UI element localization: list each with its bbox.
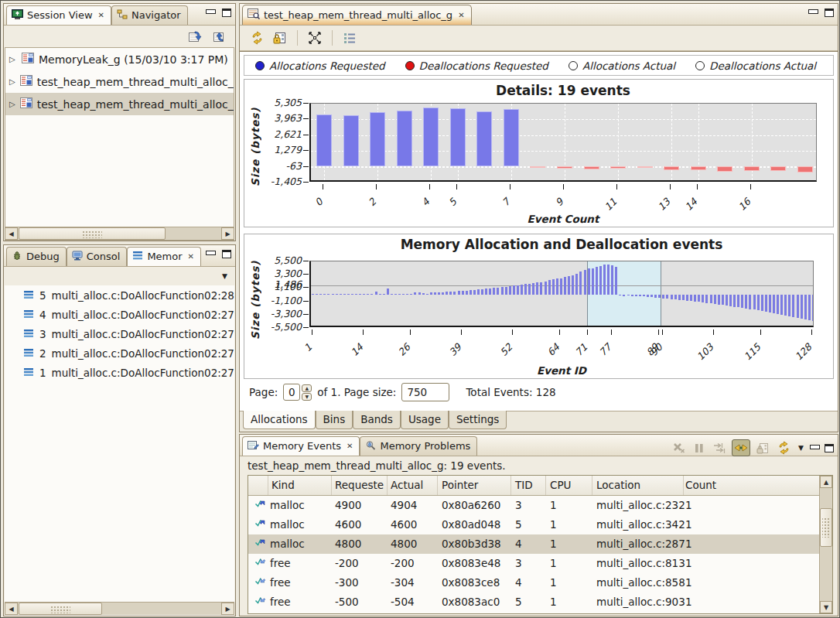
page-spinner-value[interactable]: 0 [283, 384, 300, 401]
load-session-button[interactable] [186, 27, 204, 46]
callstack-item[interactable]: 4multi_alloc.c:DoAllocFunction02:277 [5, 305, 234, 324]
table-row[interactable]: free-500-5040x8083ac051multi_alloc.c:903… [248, 592, 819, 612]
tab-memory[interactable]: Memor ✕ [127, 247, 201, 266]
collapsed-arrow-icon[interactable]: ▷ [9, 77, 15, 86]
scroll-right-button[interactable]: ▶ [221, 227, 234, 240]
remove-events-button-disabled[interactable] [671, 440, 687, 456]
page-spin-down-button[interactable]: ▼ [302, 393, 312, 401]
column-header-location[interactable]: Location [596, 479, 640, 491]
analysis-session-icon [22, 53, 34, 66]
cell-count: 1 [685, 538, 692, 550]
details-chart-title: Details: 19 events [309, 83, 817, 98]
scroll-right-button[interactable]: ▶ [221, 603, 234, 615]
column-header-cpu[interactable]: CPU [550, 479, 571, 491]
minimize-button[interactable] [206, 9, 216, 17]
scroll-thumb[interactable] [19, 603, 102, 615]
table-row[interactable]: malloc480048000x80b3d3841multi_alloc.c:2… [248, 534, 819, 554]
collapsed-arrow-icon[interactable]: ▷ [9, 100, 15, 108]
session-tree-item[interactable]: ▷test_heap_mem_thread_multi_alloc_g (1 [5, 93, 234, 115]
page-size-input[interactable]: 750 [401, 383, 449, 401]
cell-location: multi_alloc.c:287 [596, 538, 685, 550]
tab-navigator[interactable]: Navigator [111, 5, 188, 25]
allocation-bar [414, 292, 416, 295]
scroll-lock-button-disabled[interactable] [712, 440, 727, 456]
maximize-button[interactable] [825, 9, 834, 17]
close-icon[interactable]: ✕ [97, 11, 104, 19]
allocation-bar [453, 292, 456, 295]
overview-chart-plot[interactable] [309, 261, 814, 327]
callstack-item-label: multi_alloc.c:DoAllocFunction02:277 [52, 309, 234, 321]
details-chart-plot[interactable] [309, 103, 817, 182]
close-icon[interactable]: ✕ [345, 442, 353, 450]
legend-list-button[interactable] [340, 29, 359, 47]
selection-band[interactable] [587, 261, 662, 326]
analysis-tab-allocations[interactable]: Allocations [243, 411, 316, 429]
column-header-tid[interactable]: TID [515, 479, 533, 491]
lock-events-button-disabled[interactable] [755, 440, 770, 456]
tab-session-view[interactable]: Session View ✕ [6, 5, 111, 25]
analysis-tab-settings[interactable]: Settings [449, 411, 507, 429]
debug-panel: Debug Consol Memor ✕ ▼ 5mu [3, 244, 236, 616]
minimize-button[interactable] [810, 444, 820, 452]
view-menu-icon[interactable]: ▼ [222, 272, 227, 280]
axis-tick [303, 261, 309, 261]
allocation-bar [470, 290, 472, 295]
page-spin-up-button[interactable]: ▲ [302, 384, 312, 392]
refresh-button[interactable] [248, 29, 266, 47]
deallocation-bar [584, 166, 599, 170]
lock-view-button[interactable] [271, 29, 289, 47]
analysis-tab-bands[interactable]: Bands [353, 411, 401, 429]
table-row[interactable]: free-300-3040x8083ce841multi_alloc.c:858… [248, 573, 819, 592]
import-session-button[interactable] [210, 27, 229, 46]
maximize-button[interactable] [825, 444, 834, 452]
session-tree-item[interactable]: ▷MemoryLeak_g (15/03/10 3:17 PM) [5, 48, 234, 70]
analysis-tab-bins[interactable]: Bins [316, 411, 353, 429]
callstack-item[interactable]: 3multi_alloc.c:DoAllocFunction02:277 [5, 324, 234, 343]
view-menu-icon[interactable]: ▼ [798, 444, 804, 452]
maximize-button[interactable] [222, 9, 231, 17]
minimize-button[interactable] [206, 250, 216, 258]
cell-count: 1 [685, 557, 692, 569]
debug-hscrollbar: ◀ ▶ [5, 602, 234, 615]
tab-memory-problems[interactable]: Memory Problems [360, 436, 477, 456]
table-row[interactable]: malloc460046000x80ad04851multi_alloc.c:3… [248, 515, 819, 534]
scroll-down-button[interactable]: ▼ [820, 601, 832, 613]
table-row[interactable]: free-200-2000x8083e4831multi_alloc.c:813… [248, 554, 819, 573]
session-tree-item[interactable]: ▷test_heap_mem_thread_multi_alloc_g (1 [5, 70, 234, 93]
callstack-item[interactable]: 2multi_alloc.c:DoAllocFunction02:277 [5, 343, 234, 363]
analysis-tab-usage[interactable]: Usage [401, 411, 449, 429]
tab-debug[interactable]: Debug [6, 247, 67, 266]
column-header-requeste[interactable]: Requeste [335, 479, 384, 491]
minimize-button[interactable] [808, 9, 818, 17]
legend-item-label: Allocations Actual [582, 60, 675, 72]
column-separator [331, 476, 332, 495]
maximize-button[interactable] [222, 250, 231, 258]
tab-console[interactable]: Consol [67, 247, 128, 266]
column-header-count[interactable]: Count [685, 479, 716, 491]
column-header-kind[interactable]: Kind [271, 479, 295, 491]
scroll-thumb[interactable] [19, 227, 166, 240]
callstack-item[interactable]: 5multi_alloc.c:DoAllocFunction02:287 [5, 285, 234, 305]
table-row[interactable]: malloc490049040x80a626031multi_alloc.c:2… [248, 496, 819, 515]
column-header-actual[interactable]: Actual [391, 479, 423, 491]
allocation-bar [355, 294, 357, 295]
tab-memory-events[interactable]: Memory Events ✕ [242, 436, 360, 456]
allocation-bar [367, 294, 369, 295]
scroll-thumb[interactable] [820, 508, 832, 547]
toolbar-separator [297, 30, 298, 46]
close-icon[interactable]: ✕ [456, 11, 464, 19]
allocation-bar [394, 294, 397, 295]
scroll-up-button[interactable]: ▲ [820, 476, 832, 488]
scroll-left-button[interactable]: ◀ [5, 227, 18, 240]
collapse-to-band-button[interactable] [732, 439, 750, 456]
tab-editor[interactable]: test_heap_mem_thread_multi_alloc_g ✕ [242, 5, 472, 25]
pause-events-button-disabled[interactable] [691, 440, 707, 456]
close-icon[interactable]: ✕ [186, 252, 194, 261]
legend-item: Deallocations Requested [405, 60, 548, 72]
collapsed-arrow-icon[interactable]: ▷ [9, 55, 17, 63]
column-header-pointer[interactable]: Pointer [442, 479, 478, 491]
callstack-item[interactable]: 1multi_alloc.c:DoAllocFunction02:277 [5, 363, 234, 382]
scroll-left-button[interactable]: ◀ [5, 603, 18, 615]
fit-to-view-button[interactable] [306, 29, 324, 47]
refresh-events-button[interactable] [775, 440, 792, 456]
